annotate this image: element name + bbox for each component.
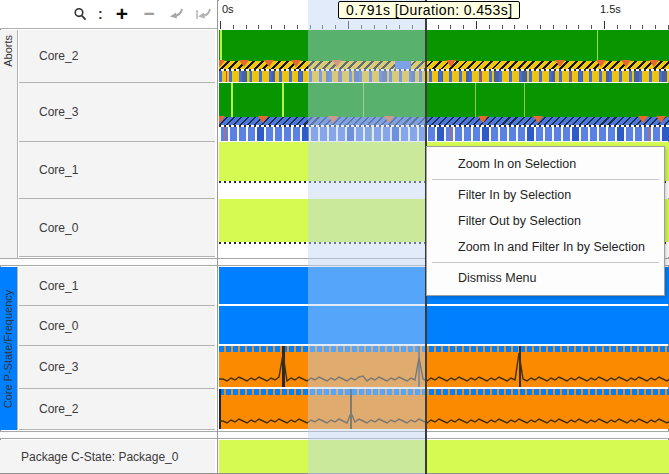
row-label: Core_2 [39,402,78,416]
undo-zoom-icon[interactable] [167,5,185,23]
frequency-line [219,346,669,387]
menu-separator [432,179,659,180]
sidebar-row-aborts-core1[interactable]: Core_1 [19,142,215,199]
ruler-label-end: 1.5s [600,3,621,15]
section-pstate-label: Core P-State/Frequency [1,289,16,408]
row-label: Core_2 [39,49,78,63]
sidebar-row-aborts-core3[interactable]: Core_3 [19,83,215,142]
section-aborts-label: Aborts [1,35,16,67]
row-label: Core_1 [39,279,78,293]
zoom-in-icon[interactable]: + [113,5,131,23]
abort-marker-icon [258,116,268,123]
track-spike [249,71,250,82]
abort-marker-icon [621,60,631,67]
track-package-cstate[interactable] [219,440,669,473]
frequency-line [219,389,669,429]
timeline-window: : + − 0s 1.5s Aborts Core_2 Core_3 Core_… [0,0,669,474]
time-selection-region[interactable] [308,0,427,474]
track-spike [282,83,284,117]
track-aborts-core3[interactable] [219,83,669,141]
sidebar-row-pstate-core3[interactable]: Core_3 [19,346,215,389]
abort-marker-icon [596,60,606,67]
row-label: Core_0 [39,319,78,333]
abort-marker-icon [555,60,565,67]
abort-marker-icon [264,60,274,67]
track-spike [220,30,222,61]
context-menu: Zoom In on Selection Filter In by Select… [426,146,665,296]
track-frequency-core2[interactable] [219,389,669,429]
magnifier-icon[interactable] [71,5,89,23]
menu-item-filter-in-by-selection[interactable]: Filter In by Selection [427,182,664,208]
track-spike [597,30,598,61]
abort-activity-band [219,83,669,117]
ruler-major-ticks [220,21,669,29]
section-aborts: Aborts [0,30,18,258]
sidebar-row-pstate-core2[interactable]: Core_2 [19,389,215,430]
section-pstate: Core P-State/Frequency [0,267,18,430]
redo-zoom-icon[interactable] [194,5,212,23]
track-spike [480,71,481,82]
abort-hatch-band [219,61,669,69]
abort-activity-band [219,30,669,61]
menu-item-filter-out-by-selection[interactable]: Filter Out by Selection [427,208,664,234]
sidebar-row-package-cstate[interactable]: Package C-State: Package_0 [0,440,215,473]
abort-marker-icon [239,60,249,67]
sidebar-row-aborts-core2[interactable]: Core_2 [19,30,215,83]
toolbar-separator: : [98,6,104,22]
ruler-label-start: 0s [222,3,234,15]
zoom-out-icon[interactable]: − [140,5,158,23]
abort-stripe-band [219,71,669,82]
abort-stripe-band [219,127,669,141]
track-spike [571,71,572,82]
abort-hatch-band [219,117,669,125]
menu-separator [432,262,659,263]
abort-marker-icon [649,60,659,67]
row-label: Core_1 [39,163,78,177]
track-spike [450,127,451,141]
abort-marker-icon [446,60,456,67]
track-spike [224,127,225,141]
abort-marker-icon [533,116,543,123]
sidebar-row-pstate-core1[interactable]: Core_1 [19,267,215,306]
menu-item-zoom-in-on-selection[interactable]: Zoom In on Selection [427,151,664,177]
track-frequency-core3[interactable] [219,346,669,387]
row-label: Core_3 [39,105,78,119]
track-spike [231,83,233,117]
track-spike [524,83,525,117]
row-label: Core_0 [39,221,78,235]
track-aborts-core2[interactable] [219,30,669,82]
sidebar-divider [217,0,218,474]
row-label: Package C-State: Package_0 [21,450,178,464]
selection-tooltip: 0.791s [Duration: 0.453s] [338,1,520,19]
menu-item-dismiss-menu[interactable]: Dismiss Menu [427,265,664,291]
track-spike [475,83,476,117]
row-label: Core_3 [39,360,78,374]
abort-marker-icon [291,60,301,67]
track-pstate-core0[interactable] [219,306,669,344]
abort-marker-icon [638,116,648,123]
sidebar-row-aborts-core0[interactable]: Core_0 [19,199,215,257]
abort-marker-icon [219,60,225,67]
abort-marker-icon [656,116,666,123]
timeline-toolbar: : + − [0,0,218,29]
menu-item-zoom-in-and-filter-in[interactable]: Zoom In and Filter In by Selection [427,234,664,260]
track-spike [226,71,227,82]
abort-marker-icon [478,116,488,123]
sidebar-row-pstate-core0[interactable]: Core_0 [19,306,215,346]
track-spike [649,127,650,141]
abort-marker-icon [219,116,225,123]
